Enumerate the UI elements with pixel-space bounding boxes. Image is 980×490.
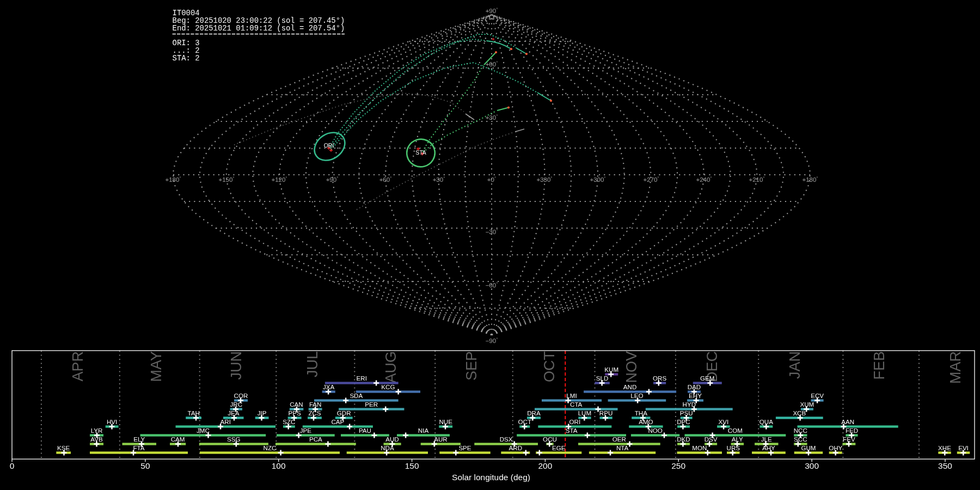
svg-text:JAN: JAN — [787, 351, 803, 379]
svg-text:DRA: DRA — [527, 409, 541, 416]
svg-text:JLE: JLE — [761, 436, 772, 443]
svg-text:AUG: AUG — [383, 351, 399, 383]
svg-text:COM: COM — [728, 427, 743, 434]
svg-text:STA: STA — [566, 427, 578, 434]
svg-text:+90°: +90° — [326, 176, 339, 183]
svg-text:−60°: −60° — [486, 281, 498, 289]
svg-text:+180°: +180° — [802, 176, 818, 183]
svg-text:End: 20251021 01:09:12 (sol =: End: 20251021 01:09:12 (sol = 207.54°) — [173, 24, 345, 33]
svg-text:SCC: SCC — [794, 436, 807, 443]
svg-text:AHY: AHY — [762, 444, 775, 451]
svg-text:+30°: +30° — [433, 176, 445, 183]
svg-text:300: 300 — [805, 461, 819, 470]
svg-text:CAP: CAP — [331, 418, 344, 425]
svg-text:250: 250 — [671, 461, 685, 470]
svg-text:+60°: +60° — [379, 176, 392, 183]
svg-text:+270°: +270° — [643, 176, 659, 183]
svg-text:0: 0 — [10, 461, 15, 470]
svg-text:APR: APR — [70, 351, 86, 382]
svg-text:+30°: +30° — [486, 114, 498, 121]
svg-text:JUN: JUN — [228, 351, 244, 380]
svg-text:AUR: AUR — [434, 436, 447, 443]
svg-text:ELY: ELY — [133, 436, 145, 443]
svg-text:MAY: MAY — [148, 351, 164, 382]
svg-text:+90°: +90° — [486, 7, 498, 14]
svg-text:+210°: +210° — [749, 176, 764, 183]
svg-text:Solar longitude (deg): Solar longitude (deg) — [452, 473, 530, 482]
svg-text:STA: STA — [415, 149, 426, 156]
svg-text:ARD: ARD — [509, 444, 522, 451]
svg-text:FTA: FTA — [133, 444, 144, 451]
svg-text:AMO: AMO — [639, 418, 653, 425]
svg-text:JMC: JMC — [197, 427, 210, 434]
svg-text:NTA: NTA — [616, 444, 629, 451]
svg-text:FEB: FEB — [871, 351, 887, 380]
svg-text:+120°: +120° — [271, 176, 287, 183]
svg-text:ARI: ARI — [220, 418, 231, 425]
svg-text:TAH: TAH — [187, 409, 199, 416]
svg-text:NOV: NOV — [623, 351, 640, 383]
svg-text:GDR: GDR — [337, 409, 351, 416]
svg-text:MON: MON — [692, 444, 707, 451]
svg-text:SPE: SPE — [458, 444, 471, 451]
svg-text:NIA: NIA — [418, 427, 429, 434]
svg-text:SDA: SDA — [350, 392, 363, 399]
svg-text:NZC: NZC — [264, 444, 277, 451]
svg-text:+150°: +150° — [218, 176, 234, 183]
svg-text:+240°: +240° — [696, 176, 712, 183]
svg-text:+330°: +330° — [536, 176, 552, 183]
svg-text:EGE: EGE — [552, 444, 566, 451]
svg-text:150: 150 — [405, 461, 419, 470]
svg-text:ORS: ORS — [653, 375, 666, 382]
svg-text:KCG: KCG — [381, 383, 395, 390]
svg-text:200: 200 — [538, 461, 552, 470]
svg-text:SSG: SSG — [227, 436, 240, 443]
svg-text:100: 100 — [272, 461, 286, 470]
svg-text:JPE: JPE — [300, 427, 312, 434]
svg-text:ERI: ERI — [357, 375, 367, 382]
svg-text:AND: AND — [623, 383, 636, 390]
svg-text:−30°: −30° — [486, 228, 498, 235]
svg-text:STA: 2: STA: 2 — [173, 54, 200, 63]
svg-text:50: 50 — [140, 461, 150, 470]
svg-text:GEM: GEM — [700, 375, 714, 382]
svg-text:DSX: DSX — [500, 436, 513, 443]
svg-text:PER: PER — [365, 401, 378, 408]
svg-text:NDA: NDA — [381, 444, 394, 451]
svg-text:ORI: ORI — [569, 418, 580, 425]
svg-text:ZCS: ZCS — [308, 409, 321, 416]
svg-text:ORI: ORI — [324, 142, 334, 149]
svg-text:+180°: +180° — [165, 176, 181, 183]
svg-text:350: 350 — [938, 461, 952, 470]
svg-text:EHY: EHY — [689, 392, 702, 399]
svg-text:OER: OER — [612, 436, 626, 443]
svg-text:MAR: MAR — [947, 351, 964, 384]
svg-text:NOO: NOO — [648, 427, 662, 434]
svg-text:+300°: +300° — [590, 176, 605, 183]
svg-text:DSV: DSV — [705, 436, 718, 443]
svg-text:JUL: JUL — [304, 351, 321, 377]
svg-text:SEP: SEP — [463, 351, 480, 381]
svg-text:CTA: CTA — [570, 401, 583, 408]
svg-text:THA: THA — [635, 409, 647, 416]
svg-text:−90°: −90° — [486, 337, 498, 344]
svg-text:PCA: PCA — [309, 436, 322, 443]
svg-text:OCT: OCT — [541, 351, 558, 382]
svg-text:PAU: PAU — [359, 427, 371, 434]
